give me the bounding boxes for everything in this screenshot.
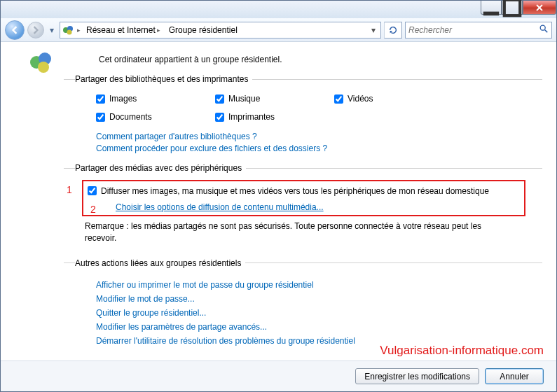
checkbox-videos[interactable]: Vidéos bbox=[334, 94, 453, 104]
refresh-button[interactable] bbox=[384, 22, 402, 38]
link-leave-homegroup[interactable]: Quitter le groupe résidentiel... bbox=[96, 306, 542, 320]
titlebar bbox=[1, 1, 556, 18]
checkbox-label: Vidéos bbox=[348, 94, 373, 104]
checkbox-input[interactable] bbox=[334, 94, 343, 104]
close-button[interactable] bbox=[523, 1, 556, 15]
search-icon[interactable] bbox=[539, 24, 549, 36]
intro-text: Cet ordinateur appartient à un groupe ré… bbox=[64, 49, 542, 74]
section-media-devices: Partager des médias avec des périphériqu… bbox=[64, 163, 542, 254]
checkbox-documents[interactable]: Documents bbox=[96, 112, 215, 122]
window-controls bbox=[481, 1, 556, 15]
section-legend: Partager des bibliothèques et des imprim… bbox=[75, 74, 252, 84]
annotation-marker-2: 2 bbox=[90, 204, 96, 215]
content-area: Cet ordinateur appartient à un groupe ré… bbox=[1, 42, 556, 360]
homegroup-path-icon bbox=[62, 24, 74, 36]
forward-button[interactable] bbox=[27, 22, 44, 38]
checkbox-stream-media[interactable] bbox=[88, 186, 97, 195]
annotation-highlight: 1 2 Diffuser mes images, ma musique et m… bbox=[82, 180, 525, 216]
stream-media-label: Diffuser mes images, ma musique et mes v… bbox=[101, 186, 523, 197]
checkbox-label: Musique bbox=[228, 94, 260, 104]
navigation-bar: ▾ ▸ Réseau et Internet ▸ Groupe résident… bbox=[1, 18, 556, 42]
link-view-password[interactable]: Afficher ou imprimer le mot de passe du … bbox=[96, 278, 542, 292]
link-share-other-libraries[interactable]: Comment partager d'autres bibliothèques … bbox=[96, 132, 257, 141]
breadcrumb-network[interactable]: Réseau et Internet ▸ bbox=[83, 22, 163, 38]
svg-point-4 bbox=[67, 29, 72, 34]
chevron-right-icon: ▸ bbox=[157, 27, 160, 34]
search-input[interactable] bbox=[408, 25, 539, 35]
minimize-button[interactable] bbox=[481, 1, 502, 15]
link-troubleshooter[interactable]: Démarrer l'utilitaire de résolution des … bbox=[96, 334, 542, 348]
svg-line-6 bbox=[545, 30, 548, 33]
search-box[interactable] bbox=[405, 22, 552, 38]
homegroup-icon bbox=[29, 50, 53, 74]
section-other-actions: Autres actions liées aux groupes résiden… bbox=[64, 258, 542, 354]
checkbox-label: Documents bbox=[109, 112, 152, 122]
save-button[interactable]: Enregistrer les modifications bbox=[355, 368, 479, 384]
svg-point-9 bbox=[38, 62, 49, 73]
annotation-marker-1: 1 bbox=[67, 184, 72, 195]
section-libraries: Partager des bibliothèques et des imprim… bbox=[64, 74, 542, 159]
checkbox-input[interactable] bbox=[96, 94, 105, 104]
svg-point-5 bbox=[540, 25, 545, 30]
checkbox-printers[interactable]: Imprimantes bbox=[215, 112, 334, 122]
media-sharing-note: Remarque : les médias partagés ne sont p… bbox=[75, 216, 542, 248]
link-exclude-files[interactable]: Comment procéder pour exclure des fichie… bbox=[96, 144, 327, 153]
control-panel-window: ▾ ▸ Réseau et Internet ▸ Groupe résident… bbox=[0, 0, 557, 392]
checkbox-input[interactable] bbox=[215, 113, 224, 122]
breadcrumb-label: Réseau et Internet bbox=[86, 25, 156, 35]
address-dropdown[interactable]: ▾ bbox=[368, 25, 379, 35]
cancel-button[interactable]: Annuler bbox=[485, 368, 544, 384]
checkbox-images[interactable]: Images bbox=[96, 94, 215, 104]
breadcrumb-homegroup[interactable]: Groupe résidentiel bbox=[166, 22, 240, 38]
checkbox-input[interactable] bbox=[96, 113, 105, 122]
breadcrumb-label: Groupe résidentiel bbox=[169, 25, 238, 35]
address-bar[interactable]: ▸ Réseau et Internet ▸ Groupe résidentie… bbox=[60, 22, 381, 38]
footer-bar: Enregistrer les modifications Annuler bbox=[1, 360, 556, 391]
section-legend: Partager des médias avec des périphériqu… bbox=[75, 163, 246, 173]
checkbox-label: Imprimantes bbox=[228, 112, 275, 122]
checkbox-music[interactable]: Musique bbox=[215, 94, 334, 104]
svg-rect-0 bbox=[483, 11, 499, 15]
link-streaming-options[interactable]: Choisir les options de diffusion de cont… bbox=[116, 202, 324, 212]
maximize-button[interactable] bbox=[502, 1, 523, 15]
back-button[interactable] bbox=[5, 20, 25, 40]
chevron-right-icon: ▸ bbox=[77, 27, 81, 34]
titlebar-blur-text bbox=[1, 1, 481, 18]
checkbox-label: Images bbox=[109, 94, 137, 104]
checkbox-input[interactable] bbox=[215, 94, 224, 104]
nav-history-dropdown[interactable]: ▾ bbox=[47, 25, 57, 35]
svg-rect-1 bbox=[504, 0, 520, 15]
section-legend: Autres actions liées aux groupes résiden… bbox=[75, 258, 245, 268]
link-advanced-sharing[interactable]: Modifier les paramètres de partage avanc… bbox=[96, 320, 542, 334]
link-change-password[interactable]: Modifier le mot de passe... bbox=[96, 292, 542, 306]
